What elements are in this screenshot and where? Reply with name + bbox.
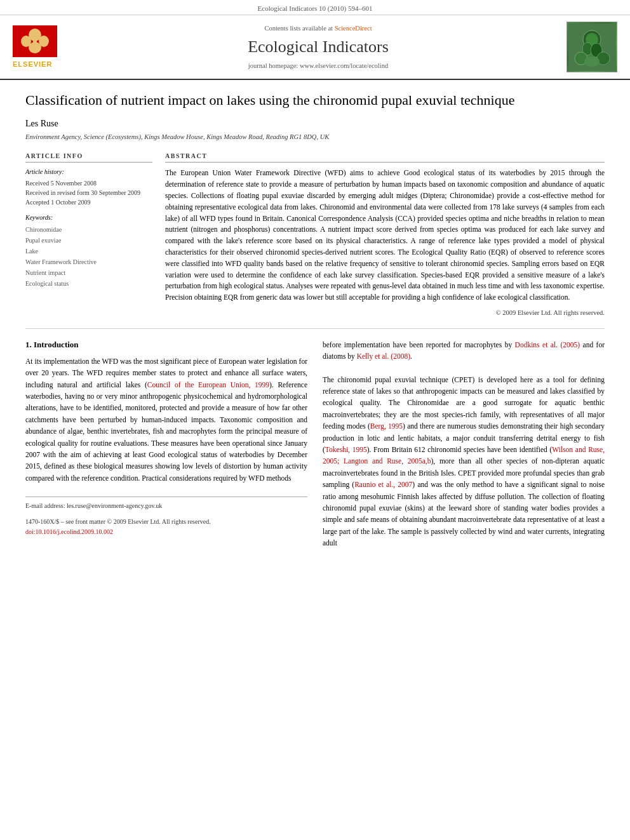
intro-heading: 1. Introduction xyxy=(25,339,307,350)
footer-info: 1470-160X/$ – see front matter © 2009 El… xyxy=(25,517,307,537)
author-name: Les Ruse xyxy=(25,117,605,130)
journal-citation: Ecological Indicators 10 (2010) 594–601 xyxy=(0,0,630,15)
article-info-abstract-section: Article Info Article history: Received 5… xyxy=(25,152,605,317)
abstract-column: Abstract The European Union Water Framew… xyxy=(165,152,605,317)
copyright-notice: © 2009 Elsevier Ltd. All rights reserved… xyxy=(165,309,605,318)
raunio-ref-link[interactable]: Raunio et al., 2007 xyxy=(354,481,412,488)
abstract-text: The European Union Water Framework Direc… xyxy=(165,168,605,303)
article-info-label: Article Info xyxy=(25,152,152,163)
article-info-column: Article Info Article history: Received 5… xyxy=(25,152,152,317)
kelly-ref-link[interactable]: Kelly et al. (2008) xyxy=(357,352,410,360)
article-title: Classification of nutrient impact on lak… xyxy=(25,91,605,110)
section-divider xyxy=(25,328,605,329)
footnote-area: E-mail address: les.ruse@environment-age… xyxy=(25,497,307,510)
intro-paragraph-1: At its implementation the WFD was the mo… xyxy=(25,356,307,484)
keyword-nutrient-impact: Nutrient impact xyxy=(25,267,152,278)
author-affiliation: Environment Agency, Science (Ecosystems)… xyxy=(25,133,605,142)
dodkins-ref-link[interactable]: Dodkins et al. (2005) xyxy=(515,341,580,349)
revised-date: Received in revised form 30 September 20… xyxy=(25,188,152,197)
keywords-title: Keywords: xyxy=(25,213,152,222)
article-history-block: Article history: Received 5 November 200… xyxy=(25,168,152,207)
intro-paragraph-3: The chironomid pupal exuvial technique (… xyxy=(323,374,605,549)
journal-homepage: journal homepage: www.elsevier.com/locat… xyxy=(70,62,566,71)
keywords-block: Keywords: Chironomidae Pupal exuviae Lak… xyxy=(25,213,152,289)
keyword-wfd: Water Framework Directive xyxy=(25,257,152,267)
keyword-lake: Lake xyxy=(25,246,152,257)
keyword-chironomidae: Chironomidae xyxy=(25,224,152,235)
cover-art-icon xyxy=(568,23,616,71)
journal-center: Contents lists available at ScienceDirec… xyxy=(70,24,566,71)
main-content: Classification of nutrient impact on lak… xyxy=(0,80,630,561)
received-date: Received 5 November 2008 xyxy=(25,178,152,188)
elsevier-logo: ELSEVIER xyxy=(13,25,70,69)
email-link[interactable]: les.ruse@environment-agency.gov.uk xyxy=(67,502,162,509)
history-title: Article history: xyxy=(25,168,152,177)
accepted-date: Accepted 1 October 2009 xyxy=(25,197,152,207)
body-left-column: 1. Introduction At its implementation th… xyxy=(25,339,307,549)
svg-point-13 xyxy=(584,57,600,67)
footnote-email: E-mail address: les.ruse@environment-age… xyxy=(25,501,307,510)
council-ref-link[interactable]: Council of the European Union, 1999 xyxy=(147,381,269,389)
issn-line: 1470-160X/$ – see front matter © 2009 El… xyxy=(25,517,307,527)
journal-title: Ecological Indicators xyxy=(70,36,566,58)
journal-header: ELSEVIER Contents lists available at Sci… xyxy=(0,15,630,80)
berg-ref-link[interactable]: Berg, 1995 xyxy=(370,422,403,430)
contents-available: Contents lists available at ScienceDirec… xyxy=(70,24,566,34)
journal-cover-image xyxy=(566,22,617,72)
doi-link[interactable]: doi:10.1016/j.ecolind.2009.10.002 xyxy=(25,528,113,535)
elsevier-name: ELSEVIER xyxy=(13,60,70,69)
sciencedirect-link[interactable]: ScienceDirect xyxy=(335,25,372,32)
tokeshi-ref-link[interactable]: Tokeshi, 1995 xyxy=(325,446,367,453)
doi-line: doi:10.1016/j.ecolind.2009.10.002 xyxy=(25,527,307,537)
keyword-pupal-exuviae: Pupal exuviae xyxy=(25,235,152,246)
keyword-ecological-status: Ecological status xyxy=(25,278,152,289)
body-content: 1. Introduction At its implementation th… xyxy=(25,339,605,549)
body-right-column: before implementation have been reported… xyxy=(323,339,605,549)
elsevier-tree-icon xyxy=(13,26,57,57)
abstract-label: Abstract xyxy=(165,152,605,163)
intro-paragraph-2: before implementation have been reported… xyxy=(323,339,605,363)
svg-rect-5 xyxy=(33,32,37,51)
